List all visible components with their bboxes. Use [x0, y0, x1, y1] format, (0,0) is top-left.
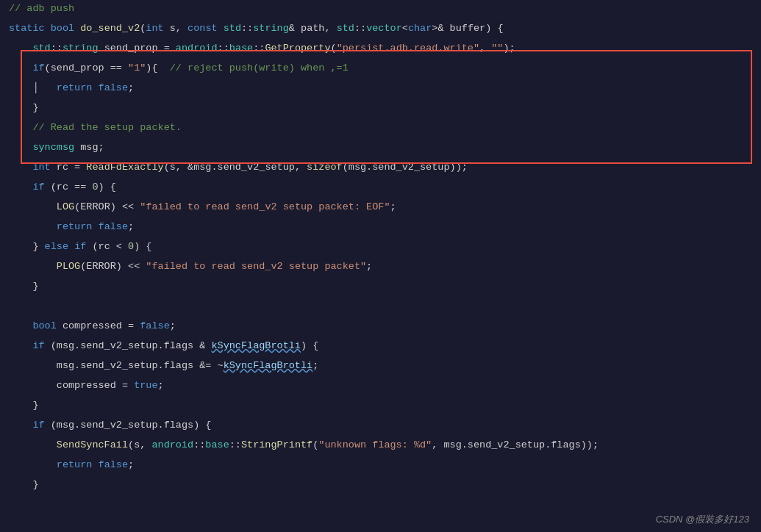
code-line-11: LOG (ERROR) << "failed to read send_v2 s… [0, 198, 761, 218]
code-line-22: if (msg.send_v2_setup.flags) { [0, 417, 761, 436]
code-line-7: // Read the setup packet. [0, 119, 761, 139]
code-editor: // adb push static bool do_send_v2 ( int… [0, 0, 761, 532]
code-line-18: if (msg.send_v2_setup.flags & kSyncFlagB… [0, 337, 761, 357]
code-line-17: bool compressed = false ; [0, 317, 761, 337]
code-line-6: } [0, 99, 761, 119]
code-line-2: static bool do_send_v2 ( int s, const st… [0, 20, 761, 40]
code-line-13: } else if (rc < 0 ) { [0, 238, 761, 258]
code-line-3: std :: string send_prop = android :: bas… [0, 40, 761, 60]
code-line-4: if (send_prop == "1" ){ // reject push(w… [0, 60, 761, 79]
code-line-25: } [0, 476, 761, 496]
code-line-21: } [0, 397, 761, 417]
code-line-14: PLOG (ERROR) << "failed to read send_v2 … [0, 258, 761, 278]
code-line-12: return false ; [0, 218, 761, 238]
code-line-15: } [0, 278, 761, 298]
code-line-20: compressed = true ; [0, 377, 761, 397]
watermark: CSDN @假装多好123 [656, 513, 749, 526]
code-line-24: return false ; [0, 456, 761, 476]
code-line-10: if (rc == 0 ) { [0, 179, 761, 198]
code-line-1: // adb push [0, 0, 761, 20]
code-line-8: syncmsg msg; [0, 139, 761, 159]
code-line-23: SendSyncFail (s, android :: base :: Stri… [0, 436, 761, 456]
code-line-19: msg.send_v2_setup.flags &= ~ kSyncFlagBr… [0, 357, 761, 377]
code-line-5: │ return false ; [0, 79, 761, 99]
code-line-9: int rc = ReadFdExactly (s, &msg.send_v2_… [0, 159, 761, 179]
code-line-16 [0, 298, 761, 317]
